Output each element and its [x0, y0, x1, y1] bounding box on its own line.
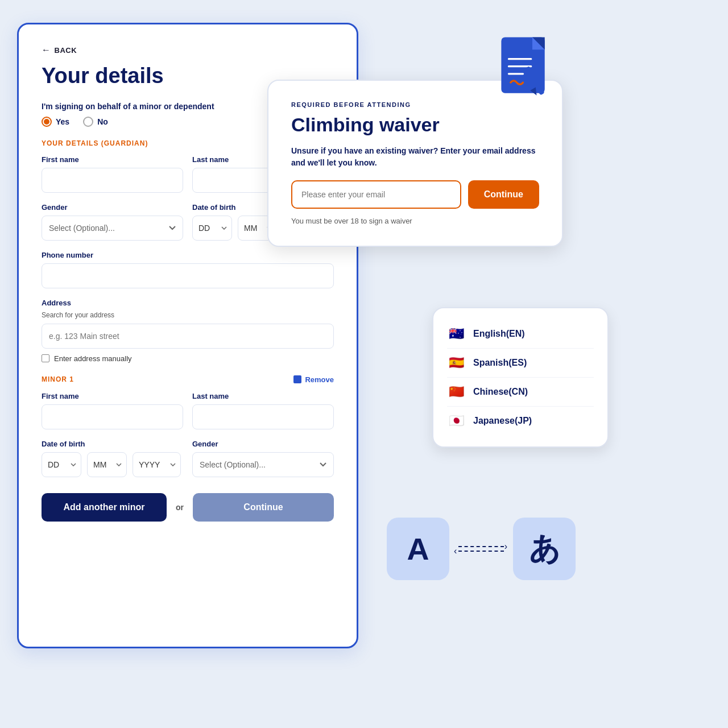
back-arrow-icon: ← [42, 45, 51, 55]
minor-dob-label: Date of birth [42, 440, 183, 448]
yes-radio[interactable]: Yes [42, 117, 69, 127]
address-search-label: Search for your address [42, 311, 334, 319]
back-button[interactable]: ← BACK [42, 45, 334, 55]
minor-gender-select[interactable]: Select (Optional)... Male Female Non-bin… [192, 452, 334, 477]
translation-from-box: A [387, 518, 449, 580]
remove-label: Remove [305, 375, 334, 384]
language-card: 🇦🇺 English(EN) 🇪🇸 Spanish(ES) 🇨🇳 Chinese… [432, 307, 609, 448]
manual-address-toggle[interactable]: Enter address manually [42, 354, 334, 363]
address-label: Address [42, 299, 334, 307]
translation-arrows [458, 546, 504, 552]
address-section: Address Search for your address Enter ad… [42, 299, 334, 363]
arrow-right-icon [458, 546, 504, 547]
gender-label: Gender [42, 203, 183, 212]
waiver-note: You must be over 18 to sign a waiver [291, 217, 539, 225]
manual-address-label: Enter address manually [54, 354, 132, 363]
minor-first-name-label: First name [42, 392, 183, 400]
document-icon [495, 34, 557, 105]
first-name-input[interactable] [42, 168, 183, 193]
bottom-actions: Add another minor or Continue [42, 493, 334, 522]
manual-address-checkbox[interactable] [42, 354, 49, 362]
spanish-label: Spanish(ES) [473, 358, 527, 368]
minor-dob-field: Date of birth DD MM YYYY [42, 440, 183, 477]
minor-dob-yyyy-select[interactable]: YYYY [133, 452, 181, 477]
minor-gender-field: Gender Select (Optional)... Male Female … [192, 440, 334, 477]
remove-button[interactable]: Remove [293, 375, 334, 384]
remove-icon [293, 375, 301, 383]
translation-to-char: あ [529, 528, 560, 570]
gender-field: Gender Select (Optional)... Male Female … [42, 203, 183, 241]
lang-japanese[interactable]: 🇯🇵 Japanese(JP) [447, 407, 594, 435]
minor-section-label: MINOR 1 [42, 375, 74, 383]
english-label: English(EN) [473, 329, 525, 339]
no-radio-icon [83, 117, 93, 127]
waiver-continue-button[interactable]: Continue [468, 180, 539, 209]
continue-button[interactable]: Continue [193, 493, 334, 522]
phone-row: Phone number [42, 251, 334, 288]
minor-dob-mm-select[interactable]: MM [87, 452, 127, 477]
back-label: BACK [55, 46, 77, 55]
minor-dob-row: DD MM YYYY [42, 452, 183, 477]
minor-gender-label: Gender [192, 440, 334, 448]
first-name-field: First name [42, 155, 183, 193]
lang-english[interactable]: 🇦🇺 English(EN) [447, 320, 594, 349]
arrow-left-icon [458, 551, 504, 552]
translation-from-char: A [407, 531, 429, 566]
chinese-label: Chinese(CN) [473, 387, 528, 397]
minor-dob-gender-row: Date of birth DD MM YYYY Gender Select (… [42, 440, 334, 477]
phone-input[interactable] [42, 263, 334, 288]
japanese-flag-icon: 🇯🇵 [447, 413, 465, 428]
waiver-title: Climbing waiver [291, 114, 539, 136]
translation-widget: A あ [387, 518, 576, 580]
no-radio[interactable]: No [83, 117, 108, 127]
minor-last-name-field: Last name [192, 392, 334, 429]
waiver-email-row: Continue [291, 180, 539, 209]
first-name-label: First name [42, 155, 183, 164]
lang-spanish[interactable]: 🇪🇸 Spanish(ES) [447, 349, 594, 378]
chinese-flag-icon: 🇨🇳 [447, 384, 465, 399]
address-input[interactable] [42, 324, 334, 349]
translation-to-box: あ [513, 518, 576, 580]
minor-first-name-input[interactable] [42, 404, 183, 429]
dob-dd-select[interactable]: DD [192, 216, 232, 241]
minor-last-name-label: Last name [192, 392, 334, 400]
minor-name-row: First name Last name [42, 392, 334, 429]
waiver-email-input[interactable] [291, 180, 461, 209]
or-text: or [176, 503, 184, 512]
add-minor-button[interactable]: Add another minor [42, 493, 167, 522]
gender-select[interactable]: Select (Optional)... Male Female Non-bin… [42, 216, 183, 241]
minor-header: MINOR 1 Remove [42, 375, 334, 384]
phone-field: Phone number [42, 251, 334, 288]
minor-first-name-field: First name [42, 392, 183, 429]
yes-radio-icon [42, 117, 52, 127]
minor-last-name-input[interactable] [192, 404, 334, 429]
spanish-flag-icon: 🇪🇸 [447, 355, 465, 370]
japanese-label: Japanese(JP) [473, 416, 532, 426]
minor-dob-dd-select[interactable]: DD [42, 452, 81, 477]
phone-label: Phone number [42, 251, 334, 259]
waiver-card: REQUIRED BEFORE ATTENDING Climbing waive… [267, 80, 563, 247]
english-flag-icon: 🇦🇺 [447, 326, 465, 341]
no-label: No [97, 117, 108, 126]
waiver-description: Unsure if you have an existing waiver? E… [291, 145, 539, 169]
lang-chinese[interactable]: 🇨🇳 Chinese(CN) [447, 378, 594, 407]
yes-label: Yes [56, 117, 69, 126]
